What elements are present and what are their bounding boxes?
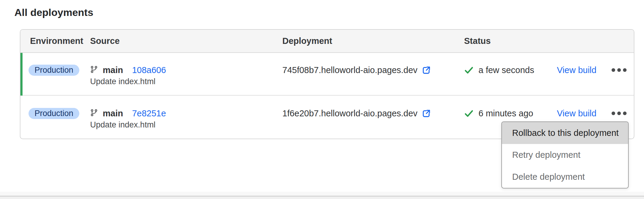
deployments-page: All deployments Environment Source Deplo… [0,0,644,199]
commit-link[interactable]: 7e8251e [132,109,166,118]
status-cell: 6 minutes ago [464,108,533,119]
menu-item-delete[interactable]: Delete deployment [502,166,628,188]
status-time: a few seconds [478,65,534,75]
environment-badge: Production [29,65,79,76]
ellipsis-dot [623,68,627,72]
page-title: All deployments [14,6,93,19]
table-header-row: Environment Source Deployment Status [20,30,634,53]
deployment-url: 745f08b7.helloworld-aio.pages.dev [282,65,418,75]
column-header-status: Status [464,30,491,52]
view-build-link[interactable]: View build [557,108,597,119]
row-actions-button[interactable] [609,105,630,122]
external-link-icon[interactable] [422,109,431,118]
check-icon [464,65,474,75]
table-row: Production main 108a606 Update index.htm… [20,53,634,96]
check-icon [464,109,474,118]
column-header-deployment: Deployment [282,30,332,52]
section-divider [0,192,644,196]
branch-name: main [103,65,123,75]
external-link-icon[interactable] [422,66,431,75]
deployment-cell: 1f6e20b7.helloworld-aio.pages.dev [282,108,431,119]
ellipsis-dot [612,68,615,72]
status-cell: a few seconds [464,64,534,76]
menu-item-retry[interactable]: Retry deployment [502,144,628,166]
commit-link[interactable]: 108a606 [132,65,166,75]
branch-name: main [103,109,123,118]
commit-message: Update index.html [90,77,156,86]
section-divider-lower [0,197,644,199]
git-branch-icon [90,66,98,75]
git-branch-icon [90,109,98,118]
view-build-link[interactable]: View build [557,64,597,76]
status-time: 6 minutes ago [478,109,533,118]
deployment-cell: 745f08b7.helloworld-aio.pages.dev [282,64,431,76]
commit-message: Update index.html [90,120,156,129]
current-deployment-indicator [20,53,23,96]
ellipsis-dot [617,68,621,72]
ellipsis-dot [617,112,621,115]
source-cell: main 108a606 [90,64,166,76]
row-actions-button[interactable] [609,61,630,79]
column-header-environment: Environment [30,30,83,52]
ellipsis-dot [623,112,627,115]
ellipsis-dot [612,112,615,115]
menu-item-rollback[interactable]: Rollback to this deployment [502,122,628,144]
source-cell: main 7e8251e [90,108,166,119]
column-header-source: Source [90,30,120,52]
row-actions-menu: Rollback to this deployment Retry deploy… [501,121,629,188]
deployment-url: 1f6e20b7.helloworld-aio.pages.dev [282,109,418,118]
environment-badge: Production [29,108,79,119]
